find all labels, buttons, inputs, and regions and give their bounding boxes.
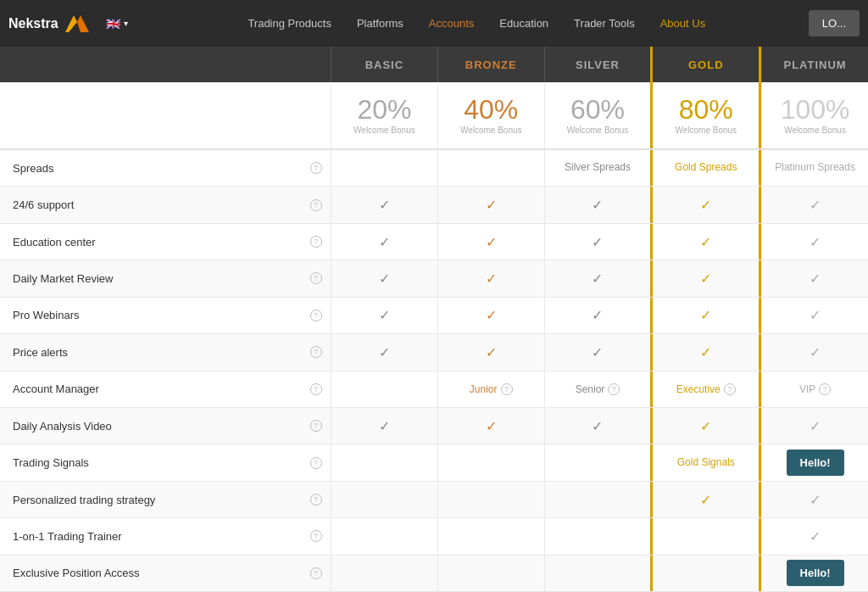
tier-basic-header: BASIC [331,47,437,82]
feature-cell-tier-3: ✓ [650,187,761,222]
check-icon: ✓ [810,307,821,323]
tier-text: Junior [470,383,498,395]
feature-cell-tier-4[interactable]: Hello! [761,556,868,591]
feature-row: Price alerts?✓✓✓✓✓ [0,334,868,371]
feature-cell-tier-1 [437,518,544,554]
bonus-bronze: 40% Welcome Bonus [437,82,544,148]
nav-trading-products[interactable]: Trading Products [235,0,344,47]
feature-row: Education center?✓✓✓✓✓ [0,224,868,260]
feature-help-icon[interactable]: ? [301,224,331,260]
feature-cell-tier-4: ✓ [761,187,868,222]
feature-help-icon[interactable]: ? [301,482,331,517]
feature-help-icon[interactable]: ? [301,298,331,333]
nav-education[interactable]: Education [487,0,561,47]
check-icon: ✓ [592,271,603,287]
feature-name: Pro Webinars [0,298,301,333]
check-icon: ✓ [379,197,390,213]
check-icon: ✓ [592,197,603,213]
feature-cell-tier-4: Platinum Spreads [761,150,868,186]
feature-cell-tier-1: ✓ [437,260,544,296]
feature-cell-tier-4[interactable]: Hello! [761,444,868,480]
feature-cell-tier-2: ✓ [544,260,651,296]
check-icon: ✓ [592,344,603,360]
cell-help-icon[interactable]: ? [501,383,513,395]
bonus-basic-label: Welcome Bonus [353,126,415,135]
check-icon: ✓ [810,418,821,434]
bonus-bronze-label: Welcome Bonus [460,126,522,135]
check-icon: ✓ [486,197,497,213]
feature-help-icon[interactable]: ? [301,408,331,444]
check-icon: ✓ [810,197,821,213]
feature-help-icon[interactable]: ? [301,334,331,370]
check-icon: ✓ [486,234,497,250]
feature-cell-tier-4: ✓ [761,224,868,260]
feature-cell-tier-4: ✓ [761,482,868,517]
feature-help-icon[interactable]: ? [301,556,331,591]
logo-icon [65,15,89,32]
hello-chat-button[interactable]: Hello! [787,450,844,476]
check-icon: ✓ [486,307,497,323]
bonus-silver-label: Welcome Bonus [567,126,629,135]
feature-cell-tier-1 [437,482,544,517]
bonus-gold-pct: 80% [679,96,733,123]
feature-cell-tier-0: ✓ [331,408,437,444]
feature-cell-tier-0: ✓ [331,187,437,222]
feature-help-icon[interactable]: ? [301,260,331,296]
feature-name: Exclusive Position Access [0,556,301,591]
caret-icon: ▾ [124,19,128,28]
feature-cell-tier-4: ✓ [761,518,868,554]
flag-icon: 🇬🇧 [106,17,120,31]
feature-row: Exclusive Position Access?Hello! [0,556,868,592]
check-icon: ✓ [592,418,603,434]
bonus-gold-label: Welcome Bonus [675,126,737,135]
hello-chat-button-2[interactable]: Hello! [787,560,844,586]
check-icon: ✓ [700,197,711,213]
tier-bronze-header: BRONZE [437,47,544,82]
feature-cell-tier-2 [544,518,651,554]
cell-help-icon[interactable]: ? [819,383,831,395]
feature-cell-tier-2: ✓ [544,334,651,370]
feature-help-icon[interactable]: ? [301,150,331,186]
check-icon: ✓ [700,492,711,508]
feature-cell-tier-2: ✓ [544,408,651,444]
tier-label-spacer [0,47,331,82]
feature-cell-tier-2 [544,556,651,591]
feature-help-icon[interactable]: ? [301,518,331,554]
cell-help-icon[interactable]: ? [608,383,620,395]
feature-cell-tier-3: Executive? [650,371,761,407]
cell-help-icon[interactable]: ? [724,383,736,395]
feature-cell-tier-3 [650,518,761,554]
feature-cell-tier-2: ✓ [544,224,651,260]
nav-trader-tools[interactable]: Trader Tools [561,0,648,47]
feature-row: Trading Signals?Gold SignalsHello! [0,444,868,481]
feature-cell-tier-3: ✓ [650,224,761,260]
nav-about-us[interactable]: About Us [648,0,718,47]
feature-cell-tier-0 [331,518,437,554]
feature-help-icon[interactable]: ? [301,187,331,222]
bonus-basic-pct: 20% [357,96,411,123]
feature-row: Account Manager?Junior?Senior?Executive?… [0,371,868,408]
feature-cell-tier-2: ✓ [544,187,651,222]
feature-cell-tier-0 [331,150,437,186]
feature-help-icon[interactable]: ? [301,444,331,480]
check-icon: ✓ [592,307,603,323]
nav-platforms[interactable]: Platforms [344,0,416,47]
tier-header-row: BASIC BRONZE SILVER GOLD PLATINUM [0,47,868,82]
feature-cell-tier-4: ✓ [761,334,868,370]
feature-row: 1-on-1 Trading Trainer?✓ [0,518,868,555]
bonus-basic: 20% Welcome Bonus [331,82,437,148]
bonus-row: 20% Welcome Bonus 40% Welcome Bonus 60% … [0,82,868,150]
bonus-silver-pct: 60% [570,96,625,123]
feature-cell-tier-1: ✓ [437,408,544,444]
nav-accounts[interactable]: Accounts [416,0,487,47]
feature-name: Daily Market Review [0,260,301,296]
feature-name: Account Manager [0,371,301,407]
bonus-platinum-label: Welcome Bonus [784,126,846,135]
tier-text: Silver Spreads [565,161,631,175]
check-icon: ✓ [379,234,390,250]
feature-cell-tier-0: ✓ [331,298,437,333]
check-icon: ✓ [810,271,821,287]
feature-help-icon[interactable]: ? [301,371,331,407]
language-selector[interactable]: 🇬🇧 ▾ [106,17,128,31]
login-button[interactable]: LO... [809,10,860,36]
